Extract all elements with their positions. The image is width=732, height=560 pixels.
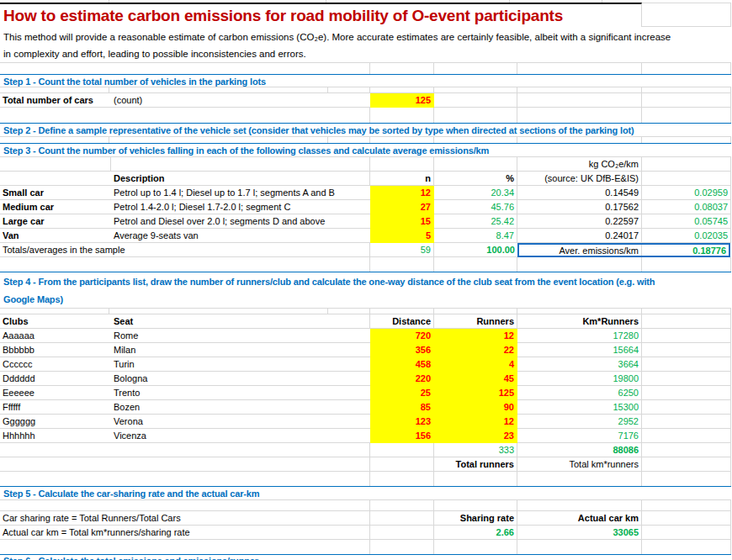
empty-row: [0, 472, 731, 486]
club-distance-input[interactable]: 25: [370, 386, 434, 400]
empty-cell: [109, 87, 328, 93]
empty-cell: [642, 87, 731, 93]
club-distance-input[interactable]: 356: [370, 343, 434, 357]
club-distance-input[interactable]: 156: [370, 429, 434, 443]
vehicle-row-van: Van Average 9-seats van 5 8.47 0.24017 0…: [0, 229, 731, 243]
vehicle-class: Small car: [0, 186, 111, 200]
average-emissions-box: Aver. emissions/km 0.18776: [517, 243, 730, 257]
empty-cell: [370, 500, 434, 511]
empty-cell: [0, 108, 370, 123]
empty-cell: [328, 87, 370, 93]
vehicle-totals-pct: 100.00: [434, 243, 517, 257]
intro-text: This method will provide a reasonable es…: [0, 27, 731, 63]
empty-cell: [328, 137, 370, 143]
empty-cell: [434, 472, 517, 486]
empty-cell: [370, 472, 434, 486]
club-distance-input[interactable]: 720: [370, 329, 434, 343]
empty-cell: [434, 157, 517, 172]
empty-cell: [0, 137, 109, 143]
empty-cell: [109, 309, 328, 314]
vehicle-n-input[interactable]: 5: [370, 229, 434, 243]
empty-cell: [0, 257, 370, 272]
club-runners-input[interactable]: 90: [434, 400, 517, 415]
total-runners-value: 333: [434, 443, 517, 457]
empty-cell: [370, 443, 434, 457]
car-count-input[interactable]: 125: [370, 93, 434, 108]
club-row: Aaaaaa Rome 720 12 17280: [0, 329, 731, 343]
clubs-totals-row: 333 88086: [0, 443, 731, 457]
empty-cell: [370, 526, 434, 540]
club-row: Dddddd Bologna 220 45 19800: [0, 372, 731, 386]
empty-cell: [517, 500, 642, 511]
vehicle-weighted: 0.02035: [642, 229, 731, 243]
vehicle-row-small: Small car Petrol up to 1.4 l; Diesel up …: [0, 186, 731, 200]
vehicle-n-input[interactable]: 15: [370, 214, 434, 229]
step4-row: Step 4 - From the participants list, dra…: [0, 272, 731, 309]
vehicle-description: Petrol up to 1.4 l; Diesel up to 1.7 l; …: [111, 186, 370, 200]
empty-cell: [434, 87, 517, 93]
club-seat: Trento: [111, 386, 370, 400]
club-distance-input[interactable]: 458: [370, 357, 434, 372]
empty-cell: [0, 457, 111, 472]
empty-row: [0, 63, 731, 74]
empty-row: [0, 108, 731, 123]
sharing-labels-row: Car sharing rate = Total Runners/Total C…: [0, 511, 731, 526]
sharing-values-row: Actual car km = Total km*runners/sharing…: [0, 526, 731, 540]
club-name: Hhhhhh: [0, 429, 111, 443]
club-runners-input[interactable]: 125: [434, 386, 517, 400]
club-distance-input[interactable]: 123: [370, 415, 434, 429]
empty-cell: [370, 257, 434, 272]
club-runners-input[interactable]: 23: [434, 429, 517, 443]
title-row: How to estimate carbon emissions for roa…: [0, 3, 731, 27]
club-runners-input[interactable]: 4: [434, 357, 517, 372]
sharing-rate-label: Sharing rate: [434, 511, 517, 526]
step4-line-2: Google Maps): [3, 291, 731, 309]
empty-cell: [642, 511, 731, 526]
vehicle-factor: 0.14549: [517, 186, 642, 200]
club-runners-input[interactable]: 12: [434, 329, 517, 343]
empty-cell: [642, 172, 731, 186]
club-distance-input[interactable]: 220: [370, 372, 434, 386]
empty-cell: [642, 137, 731, 143]
empty-row: [0, 540, 731, 554]
vehicle-n-input[interactable]: 12: [370, 186, 434, 200]
empty-cell: [642, 343, 731, 357]
empty-cell: [434, 108, 517, 123]
vehicle-factor: 0.24017: [517, 229, 642, 243]
club-km-runners: 6250: [517, 386, 642, 400]
empty-row: [0, 87, 731, 93]
club-runners-input[interactable]: 12: [434, 415, 517, 429]
vehicle-totals-row: Totals/averages in the sample 59 100.00 …: [0, 243, 731, 257]
clubs-totals-labels-row: Total runners Total km*runners: [0, 457, 731, 472]
step6-row: Step 6 - Calculate the total emissions a…: [0, 554, 731, 560]
empty-cell: [517, 137, 642, 143]
empty-cell: [642, 415, 731, 429]
actual-car-km-value: 33065: [517, 526, 642, 540]
empty-cell: [370, 137, 434, 143]
empty-row: [0, 309, 731, 314]
step3-row: Step 3 - Count the number of vehicles fa…: [0, 143, 731, 157]
empty-cell: [642, 526, 731, 540]
vehicle-pct: 20.34: [434, 186, 517, 200]
vehicle-header-row-1: kg CO₂e/km: [0, 157, 731, 172]
empty-cell: [642, 540, 731, 554]
vehicle-class: Van: [0, 229, 111, 243]
club-row: Bbbbbb Milan 356 22 15664: [0, 343, 731, 357]
step5-heading: Step 5 - Calculate the car-sharing rate …: [0, 486, 731, 500]
vehicle-n-input[interactable]: 27: [370, 200, 434, 214]
club-runners-input[interactable]: 22: [434, 343, 517, 357]
club-runners-input[interactable]: 45: [434, 372, 517, 386]
vehicle-col-kg-line1: kg CO₂e/km: [517, 157, 642, 172]
step2-row: Step 2 - Define a sample representative …: [0, 123, 731, 137]
vehicle-row-medium: Medium car Petrol 1.4-2.0 l; Diesel 1.7-…: [0, 200, 731, 214]
step3-heading: Step 3 - Count the number of vehicles fa…: [0, 143, 731, 157]
total-runners-label: Total runners: [434, 457, 517, 472]
empty-row: [0, 137, 731, 143]
vehicle-weighted: 0.02959: [642, 186, 731, 200]
club-name: Ffffff: [0, 400, 111, 415]
empty-cell: [434, 63, 517, 74]
club-distance-input[interactable]: 85: [370, 400, 434, 415]
empty-cell: [0, 87, 109, 93]
club-seat: Rome: [111, 329, 370, 343]
empty-cell: [370, 457, 434, 472]
